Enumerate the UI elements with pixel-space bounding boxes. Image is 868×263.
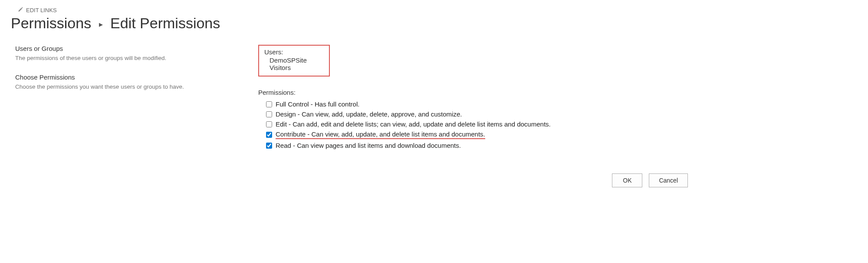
permission-item[interactable]: Edit - Can add, edit and delete lists; c… bbox=[266, 120, 857, 128]
users-groups-desc: The permissions of these users or groups… bbox=[15, 55, 250, 61]
permission-label: Contribute - Can view, add, update, and … bbox=[276, 130, 485, 139]
permission-checkbox[interactable] bbox=[266, 143, 272, 149]
permission-item[interactable]: Contribute - Can view, add, update, and … bbox=[266, 130, 857, 139]
permission-checkbox[interactable] bbox=[266, 132, 272, 138]
breadcrumb-current: Edit Permissions bbox=[110, 15, 220, 31]
page-title: Permissions ▸ Edit Permissions bbox=[11, 15, 857, 32]
choose-permissions-desc: Choose the permissions you want these us… bbox=[15, 83, 250, 90]
cancel-button[interactable]: Cancel bbox=[649, 173, 688, 187]
permission-label: Design - Can view, add, update, delete, … bbox=[276, 110, 462, 118]
permission-checkbox[interactable] bbox=[266, 121, 272, 127]
edit-links-label: EDIT LINKS bbox=[26, 7, 57, 13]
users-value: DemoSPSite Visitors bbox=[270, 57, 324, 71]
users-groups-heading: Users or Groups bbox=[15, 45, 250, 52]
ok-button[interactable]: OK bbox=[612, 173, 642, 187]
permission-item[interactable]: Full Control - Has full control. bbox=[266, 100, 857, 108]
permission-checkbox[interactable] bbox=[266, 111, 272, 117]
users-label: Users: bbox=[264, 48, 324, 56]
breadcrumb-parent[interactable]: Permissions bbox=[11, 15, 91, 31]
edit-links-link[interactable]: EDIT LINKS bbox=[17, 7, 857, 14]
choose-permissions-heading: Choose Permissions bbox=[15, 73, 250, 81]
permission-label: Edit - Can add, edit and delete lists; c… bbox=[276, 120, 551, 128]
permissions-label: Permissions: bbox=[258, 89, 857, 96]
permission-item[interactable]: Read - Can view pages and list items and… bbox=[266, 142, 857, 149]
chevron-right-icon: ▸ bbox=[99, 20, 103, 29]
permission-label: Full Control - Has full control. bbox=[276, 100, 359, 108]
permission-item[interactable]: Design - Can view, add, update, delete, … bbox=[266, 110, 857, 118]
users-box: Users: DemoSPSite Visitors bbox=[258, 45, 330, 77]
pencil-icon bbox=[17, 7, 23, 14]
permission-label: Read - Can view pages and list items and… bbox=[276, 142, 461, 149]
permissions-list: Full Control - Has full control.Design -… bbox=[266, 100, 857, 149]
permission-checkbox[interactable] bbox=[266, 101, 272, 107]
